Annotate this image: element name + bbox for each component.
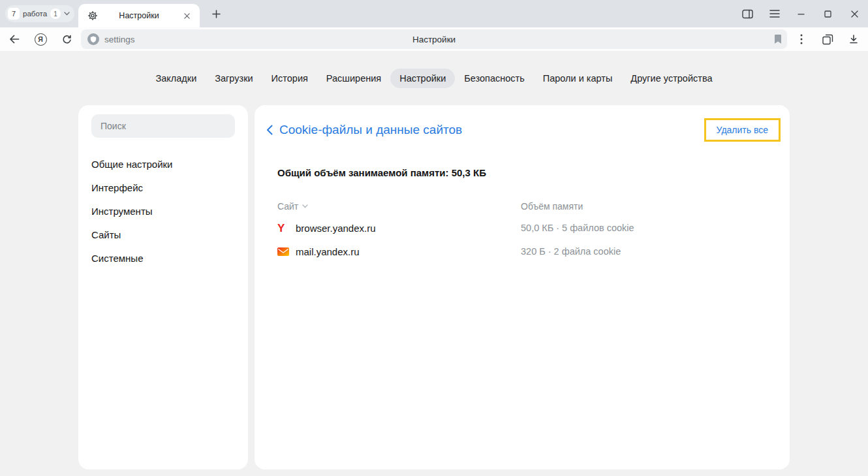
search-input[interactable] (91, 114, 235, 138)
reload-icon[interactable] (55, 29, 78, 49)
tab-settings[interactable]: Настройки (78, 4, 200, 27)
highlight-annotation-box: Удалить все (704, 118, 781, 142)
yandex-mail-favicon (277, 247, 296, 256)
close-window-button[interactable] (841, 0, 868, 27)
site-name: mail.yandex.ru (296, 246, 360, 257)
delete-all-button[interactable]: Удалить все (706, 120, 779, 140)
page-title-in-omnibox: Настройки (412, 35, 456, 44)
nav-item-history[interactable]: История (262, 69, 317, 88)
nav-item-devices[interactable]: Другие устройства (621, 69, 721, 88)
tab-close-icon[interactable] (180, 9, 193, 22)
tab-group-collapsed-count: 1 (50, 8, 61, 19)
nav-item-bookmarks[interactable]: Закладки (146, 69, 206, 88)
bookmark-icon[interactable] (774, 35, 782, 44)
site-protection-shield-icon[interactable] (87, 33, 99, 45)
window-controls (734, 0, 868, 27)
sidebar-item-system[interactable]: Системные (78, 246, 248, 270)
site-name: browser.yandex.ru (296, 223, 376, 234)
back-icon[interactable] (3, 29, 26, 49)
maximize-button[interactable] (814, 0, 841, 27)
chevron-down-icon[interactable] (64, 12, 70, 16)
cookie-settings-panel: Cookie-файлы и данные сайтов Удалить все… (255, 105, 790, 469)
site-size: 320 Б · 2 файла cookie (521, 246, 781, 257)
settings-page: Закладки Загрузки История Расширения Нас… (0, 51, 868, 476)
site-size: 50,0 КБ · 5 файлов cookie (521, 223, 781, 233)
new-tab-button[interactable] (208, 5, 225, 22)
nav-item-downloads[interactable]: Загрузки (206, 69, 262, 88)
nav-item-extensions[interactable]: Расширения (317, 69, 390, 88)
settings-sidebar: Общие настройки Интерфейс Инструменты Са… (78, 105, 248, 469)
back-chevron-icon[interactable] (266, 125, 273, 135)
tab-group-label: работа (23, 10, 47, 18)
browser-window: 7 работа 1 Настройки (0, 0, 868, 476)
sort-chevron-icon (302, 204, 308, 208)
settings-top-nav: Закладки Загрузки История Расширения Нас… (0, 69, 868, 88)
yandex-profile-icon[interactable]: Я (29, 29, 52, 49)
tab-group-number-badge: 7 (8, 8, 20, 20)
sidebar-item-general[interactable]: Общие настройки (78, 152, 248, 176)
sidebar-item-tools[interactable]: Инструменты (78, 199, 248, 223)
nav-item-settings[interactable]: Настройки (390, 69, 455, 88)
url-text: settings (104, 35, 135, 44)
table-row[interactable]: Y browser.yandex.ru 50,0 КБ · 5 файлов c… (277, 216, 781, 240)
minimize-button[interactable] (788, 0, 814, 27)
sidebar-section-list: Общие настройки Интерфейс Инструменты Са… (78, 152, 248, 270)
tab-bar: 7 работа 1 Настройки (0, 0, 868, 27)
nav-item-passwords[interactable]: Пароли и карты (534, 69, 622, 88)
menu-hamburger-icon[interactable] (761, 0, 788, 27)
address-field[interactable]: settings Настройки (81, 29, 787, 49)
sidebar-item-sites[interactable]: Сайты (78, 223, 248, 246)
tab-group-chip[interactable]: 7 работа 1 (5, 5, 74, 22)
nav-item-security[interactable]: Безопасность (455, 69, 534, 88)
downloads-icon[interactable] (842, 29, 865, 49)
site-column-header[interactable]: Сайт (277, 201, 521, 212)
sidebar-item-interface[interactable]: Интерфейс (78, 176, 248, 199)
table-row[interactable]: mail.yandex.ru 320 Б · 2 файла cookie (277, 240, 781, 263)
gear-icon (87, 10, 98, 21)
address-bar: Я settings Настройки (0, 27, 868, 51)
total-memory-label: Общий объём занимаемой памяти: 50,3 КБ (277, 167, 781, 178)
site-header-label: Сайт (277, 201, 298, 212)
tab-title: Настройки (119, 11, 159, 20)
tabs-collections-icon[interactable] (816, 29, 839, 49)
more-options-dots-icon[interactable] (790, 29, 813, 49)
page-title: Cookie-файлы и данные сайтов (279, 123, 462, 137)
size-column-header: Объём памяти (521, 201, 781, 212)
yandex-browser-favicon: Y (277, 223, 296, 234)
side-panel-toggle-icon[interactable] (734, 0, 761, 27)
cookie-sites-table: Сайт Объём памяти Y browser.yandex.ru 5 (277, 197, 781, 263)
cards-row: Общие настройки Интерфейс Инструменты Са… (0, 105, 868, 469)
